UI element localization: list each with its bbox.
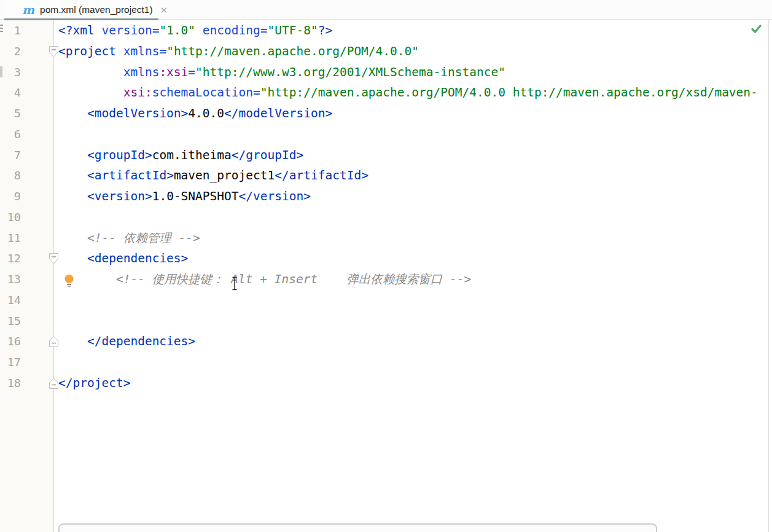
fold-layer — [0, 20, 61, 532]
code-line-4[interactable]: xsi:schemaLocation="http://maven.apache.… — [58, 82, 772, 103]
code-line-2[interactable]: <project xmlns="http://maven.apache.org/… — [58, 41, 772, 62]
inspections-ok-checkmark-icon[interactable] — [751, 23, 762, 34]
editor-right-edge — [768, 20, 769, 532]
code-line-11[interactable]: <!-- 依赖管理 --> — [58, 228, 772, 249]
code-line-16[interactable]: </dependencies> — [58, 331, 772, 352]
close-icon[interactable]: ✕ — [160, 6, 168, 15]
code-line-10[interactable] — [58, 207, 772, 228]
horizontal-scrollbar-thumb[interactable] — [58, 523, 657, 532]
code-line-9[interactable]: <version>1.0-SNAPSHOT</version> — [58, 186, 772, 207]
code-line-17[interactable] — [58, 352, 772, 373]
code-line-12[interactable]: <dependencies> — [58, 248, 772, 269]
fold-marker-up-icon[interactable] — [49, 335, 59, 348]
tab-title: pom.xml (maven_project1) — [40, 4, 152, 15]
code-line-1[interactable]: <?xml version="1.0" encoding="UTF-8"?> — [58, 20, 772, 41]
code-lines: <?xml version="1.0" encoding="UTF-8"?><p… — [58, 20, 772, 394]
tab-pom-xml[interactable]: m pom.xml (maven_project1) ✕ — [4, 0, 158, 20]
code-line-15[interactable] — [58, 311, 772, 332]
code-line-8[interactable]: <artifactId>maven_project1</artifactId> — [58, 165, 772, 186]
fold-marker-down-icon[interactable] — [49, 45, 59, 58]
code-line-6[interactable] — [58, 124, 772, 145]
lightbulb-icon[interactable] — [64, 274, 74, 288]
fold-marker-up-icon[interactable] — [49, 377, 59, 389]
editor-tab-bar: m pom.xml (maven_project1) ✕ — [0, 0, 772, 20]
editor-pane: 123456789101112131415161718 <?xml versio… — [0, 20, 772, 532]
code-line-18[interactable]: </project> — [58, 373, 772, 394]
maven-m-icon: m — [22, 4, 34, 16]
code-line-5[interactable]: <modelVersion>4.0.0</modelVersion> — [58, 103, 772, 124]
code-line-13[interactable]: <!-- 使用快捷键： Alt + Insert 弹出依赖搜索窗口 --> — [58, 269, 772, 290]
code-line-14[interactable] — [58, 290, 772, 311]
code-line-7[interactable]: <groupId>com.itheima</groupId> — [58, 145, 772, 166]
fold-marker-down-icon[interactable] — [49, 252, 59, 265]
code-line-3[interactable]: xmlns:xsi="http://www.w3.org/2001/XMLSch… — [58, 62, 772, 83]
